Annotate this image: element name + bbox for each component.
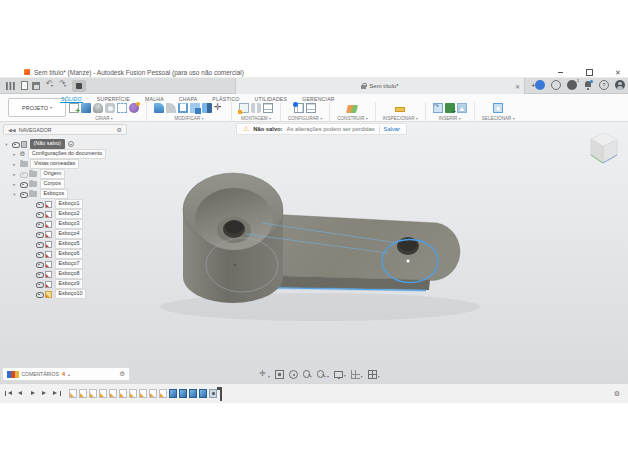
viewports-tool[interactable]: ▾ [368,370,380,379]
tree-caret-icon[interactable]: ▾ [4,142,9,147]
tree-item-esboc-o2[interactable]: Esboço2 [4,209,106,219]
visibility-eye-icon[interactable] [36,261,43,268]
tree-item-label[interactable]: Esboços [40,189,69,199]
tree-item-label[interactable]: Esboço2 [55,209,84,219]
pan-icon[interactable] [258,370,267,379]
tree-item-na-o-salvo[interactable]: ▾(Não salvo) [4,139,106,149]
timeline-feature-sketch-2[interactable] [79,389,87,398]
ribbon-tab-chapa[interactable]: CHAPA [178,95,199,102]
tree-item-esboc-o10[interactable]: Esboço10 [4,289,106,299]
zoom-tool[interactable] [303,370,312,379]
revolve-icon[interactable] [93,103,103,113]
move-icon[interactable] [214,103,224,113]
collapse-panel-icon[interactable]: ◀◀ [8,127,16,133]
pan-caret-icon[interactable]: ▾ [268,375,270,379]
fit-tool[interactable] [275,370,284,379]
data-panel-icon[interactable] [6,82,15,90]
tree-caret-icon[interactable]: ▸ [12,152,17,157]
tree-item-label[interactable]: Esboço1 [55,199,84,209]
tree-caret-icon[interactable]: ▾ [12,192,17,197]
tree-item-vistas-nomeadas[interactable]: ▸Vistas nomeadas [4,159,106,169]
minimize-button[interactable] [554,68,566,78]
online-status-icon[interactable] [535,80,545,90]
visibility-eye-icon[interactable] [36,201,43,208]
timeline-feature-sketch-1[interactable] [69,389,77,398]
timeline-feature-sketch-5[interactable] [109,389,117,398]
zoom-window-icon[interactable] [317,370,326,379]
tree-caret-icon[interactable]: ▸ [12,162,17,167]
tree-item-esboc-os[interactable]: ▾Esboços [4,189,106,199]
timeline-feature-hole-15[interactable] [209,389,217,398]
visibility-eye-icon[interactable] [36,221,43,228]
tree-item-label[interactable]: Esboço5 [55,239,84,249]
document-tab-close-icon[interactable]: ✕ [515,83,520,90]
visibility-eye-icon[interactable] [20,171,27,178]
zoom-window-caret-icon[interactable]: ▾ [327,375,329,379]
timeline-feature-extrude-13[interactable] [189,389,197,398]
display-caret-icon[interactable]: ▾ [344,374,346,378]
tree-caret-icon[interactable]: ▸ [12,172,17,177]
timeline-go-to-start-button[interactable] [5,390,13,398]
new-component-icon[interactable] [239,103,249,113]
tree-item-esboc-o7[interactable]: Esboço7 [4,259,106,269]
timeline-gear-icon[interactable]: ⚙ [614,390,620,398]
ribbon-group-label[interactable]: CRIAR ▾ [95,116,113,121]
ribbon-tab-utilidades[interactable]: UTILIDADES [254,95,289,102]
tree-item-label[interactable]: Esboço7 [55,259,84,269]
tree-item-label[interactable]: Configurações do documento [28,149,106,159]
tree-item-esboc-o3[interactable]: Esboço3 [4,219,106,229]
undo-icon[interactable] [46,81,55,90]
grid-icon[interactable] [351,370,360,379]
tree-item-label[interactable]: Esboço8 [55,269,84,279]
timeline-play-button[interactable] [29,390,37,398]
manage-table-icon[interactable] [306,103,316,113]
timeline-feature-sketch-10[interactable] [159,389,167,398]
view-cube[interactable] [579,126,623,170]
extrude-icon[interactable] [81,103,91,113]
maximize-button[interactable] [583,68,595,78]
timeline-feature-extrude-11[interactable] [169,389,177,398]
file-menu-icon[interactable] [21,81,28,90]
tree-item-label[interactable]: Esboço10 [55,289,87,299]
navigator-gear-icon[interactable]: ⚙ [117,127,122,133]
timeline-feature-sketch-9[interactable] [149,389,157,398]
user-avatar[interactable] [615,80,625,90]
form-icon[interactable] [129,103,139,113]
sweep-icon[interactable] [105,103,115,113]
visibility-eye-icon[interactable] [36,241,43,248]
grid-caret-icon[interactable]: ▾ [361,375,363,379]
tree-item-label[interactable]: (Não salvo) [30,139,66,149]
comments-gear-icon[interactable]: ⚙ [119,370,125,378]
timeline-step-forward-button[interactable] [41,390,49,398]
visibility-eye-icon[interactable] [36,281,43,288]
visibility-eye-icon[interactable] [12,141,19,148]
tree-item-label[interactable]: Vistas nomeadas [30,159,79,169]
timeline-feature-extrude-12[interactable] [179,389,187,398]
ribbon-group-label[interactable]: MONTAGEM ▾ [241,116,271,121]
redo-icon[interactable] [59,81,68,90]
orbit-tool[interactable] [289,370,298,379]
timeline-feature-sketch-6[interactable] [119,389,127,398]
pan-tool[interactable]: ▾ [258,370,270,379]
timeline-playhead[interactable] [220,387,222,401]
timeline-feature-sketch-4[interactable] [99,389,107,398]
project-button[interactable]: PROJETO▾ [8,98,66,117]
ribbon-group-label[interactable]: CONFIGURAR ▾ [288,116,322,121]
orbit-icon[interactable] [289,370,298,379]
visibility-eye-icon[interactable] [36,211,43,218]
sketch-point[interactable] [406,259,410,263]
tree-item-esboc-o6[interactable]: Esboço6 [4,249,106,259]
rect-pattern-icon[interactable] [117,103,127,113]
tree-item-label[interactable]: Esboço9 [55,279,84,289]
visibility-eye-icon[interactable] [20,181,27,188]
viewports-icon[interactable] [368,370,377,379]
press-pull-icon[interactable] [154,103,164,113]
visibility-eye-icon[interactable] [20,191,27,198]
timeline-go-to-end-button[interactable] [53,390,61,398]
tree-item-esboc-o8[interactable]: Esboço8 [4,269,106,279]
comments-expand-caret[interactable]: ▴ [68,372,70,377]
visibility-eye-icon[interactable] [36,231,43,238]
config-table-icon[interactable] [294,103,304,113]
plane-icon[interactable] [346,105,358,113]
tree-item-label[interactable]: Esboço4 [55,229,84,239]
